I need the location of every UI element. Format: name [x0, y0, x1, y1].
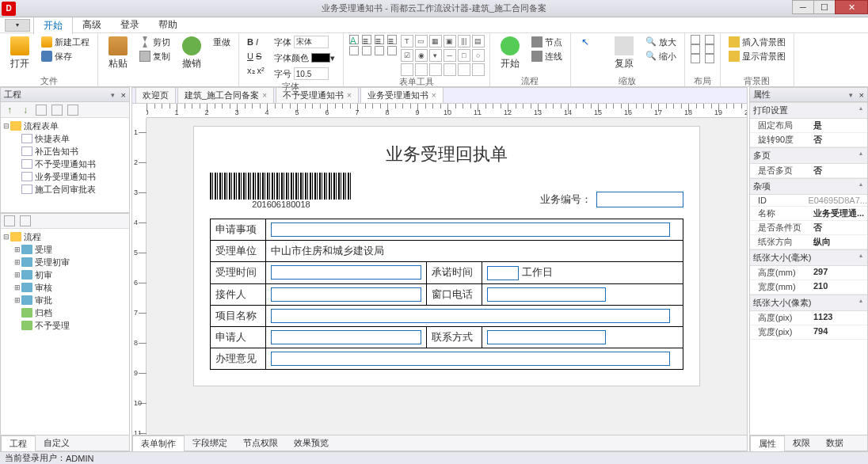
- flow-node-button[interactable]: 节点: [528, 35, 565, 49]
- delete-icon[interactable]: [51, 105, 63, 116]
- apply-item-field[interactable]: [271, 222, 670, 237]
- prop-row[interactable]: 名称业务受理通...: [750, 207, 867, 221]
- select-button[interactable]: ↖: [576, 35, 606, 57]
- tool-field[interactable]: ▭: [415, 35, 428, 48]
- prop-group-print[interactable]: 打印设置: [750, 102, 867, 119]
- save-button[interactable]: 保存: [38, 49, 93, 63]
- add2-icon[interactable]: [4, 215, 15, 226]
- tool-e[interactable]: [458, 63, 470, 76]
- del2-icon[interactable]: [20, 215, 31, 226]
- align-just-icon[interactable]: ≡: [387, 35, 397, 44]
- close-icon[interactable]: ×: [347, 91, 352, 100]
- tool-rect[interactable]: □: [458, 49, 470, 62]
- redo-button[interactable]: 重做: [210, 35, 234, 49]
- dist-h-icon[interactable]: [705, 35, 714, 44]
- close-icon[interactable]: ×: [262, 91, 267, 100]
- process-root-node[interactable]: ⊟流程: [2, 230, 128, 243]
- close-button[interactable]: ✕: [835, 0, 868, 14]
- receiver-field[interactable]: [271, 287, 421, 302]
- project-name-field[interactable]: [271, 309, 670, 323]
- align-right-icon[interactable]: ≡: [375, 35, 384, 44]
- tool-image[interactable]: ▣: [444, 35, 456, 48]
- form-item[interactable]: 不予受理通知书: [13, 158, 128, 170]
- barcode[interactable]: 201606180018: [210, 173, 352, 207]
- prop-group-multipage[interactable]: 多页: [750, 147, 867, 164]
- tool-b[interactable]: [415, 63, 428, 76]
- tool-circle[interactable]: ○: [472, 49, 485, 62]
- prop-row[interactable]: 旋转90度否: [750, 133, 867, 147]
- tab-field-bind[interactable]: 字段绑定: [185, 435, 235, 451]
- new-project-button[interactable]: 新建工程: [38, 35, 93, 49]
- copy-button[interactable]: 复制: [136, 49, 173, 63]
- prop-row[interactable]: 高度(pix)1123: [750, 311, 867, 325]
- zoom-out-button[interactable]: 🔍缩小: [642, 49, 680, 63]
- close-icon[interactable]: ×: [432, 91, 436, 100]
- tool-a[interactable]: [401, 63, 413, 76]
- menu-advanced[interactable]: 高级: [73, 17, 111, 33]
- paste-button[interactable]: 粘贴: [103, 35, 133, 70]
- tool-date[interactable]: ▤: [472, 35, 485, 48]
- form-item[interactable]: 补正告知书: [13, 145, 128, 158]
- tool-combo[interactable]: ▾: [429, 49, 442, 62]
- tab-data[interactable]: 数据: [818, 435, 851, 451]
- doc-tab-accept[interactable]: 业务受理通知书×: [360, 87, 444, 103]
- prop-row[interactable]: 固定布局是: [750, 119, 867, 133]
- design-canvas[interactable]: 业务受理回执单 201606180018 业务编号： 申请事项 受: [147, 118, 747, 435]
- promise-time-field[interactable]: [487, 266, 519, 280]
- accept-time-field[interactable]: [271, 265, 421, 280]
- prop-row[interactable]: 宽度(pix)794: [750, 325, 867, 340]
- align-bot-icon[interactable]: [691, 54, 700, 63]
- tool-table[interactable]: ▦: [429, 35, 442, 48]
- add-icon[interactable]: [36, 105, 47, 116]
- menu-login[interactable]: 登录: [111, 17, 149, 33]
- process-item[interactable]: ⊞受理: [13, 243, 128, 256]
- tab-custom[interactable]: 自定义: [36, 435, 78, 451]
- close-icon[interactable]: ×: [859, 90, 864, 100]
- prop-row[interactable]: IDE04695D8A7...: [750, 195, 867, 207]
- flow-connect-button[interactable]: 连线: [528, 49, 565, 63]
- opinion-field[interactable]: [271, 352, 670, 366]
- prop-row[interactable]: 是否多页否: [750, 164, 867, 178]
- show-bg-button[interactable]: 显示背景图: [725, 49, 789, 63]
- tool-c[interactable]: [429, 63, 442, 76]
- process-item[interactable]: 归档: [13, 306, 128, 319]
- up-arrow-icon[interactable]: ↑: [4, 105, 15, 116]
- list-icon[interactable]: [375, 46, 384, 55]
- minimize-button[interactable]: ─: [792, 0, 814, 14]
- flow-start-button[interactable]: 开始: [495, 35, 525, 70]
- form-item[interactable]: 业务受理通知书: [13, 170, 128, 183]
- contact-field[interactable]: [487, 330, 606, 344]
- prop-row[interactable]: 纸张方向纵向: [750, 235, 867, 249]
- close-icon[interactable]: ×: [121, 90, 126, 100]
- tool-check[interactable]: ☑: [401, 49, 413, 62]
- copy-icon[interactable]: [67, 105, 78, 116]
- prop-row[interactable]: 高度(mm)297: [750, 266, 867, 280]
- biz-number-field[interactable]: [596, 192, 683, 207]
- form-item[interactable]: 施工合同审批表: [13, 183, 128, 196]
- undo-button[interactable]: 撤销: [177, 35, 207, 70]
- ribbon-toggle[interactable]: ▾: [5, 19, 30, 32]
- prop-row[interactable]: 宽度(mm)210: [750, 280, 867, 295]
- align-center-icon[interactable]: ≡: [362, 35, 371, 44]
- indent-icon[interactable]: [349, 46, 359, 55]
- tab-preview[interactable]: 效果预览: [286, 435, 337, 451]
- tool-barcode[interactable]: |||: [458, 35, 470, 48]
- underline-button[interactable]: U S: [244, 49, 268, 63]
- chevron-down-icon[interactable]: ▾: [111, 91, 115, 99]
- tool-line[interactable]: ─: [444, 49, 456, 62]
- bold-button[interactable]: B I: [244, 35, 268, 49]
- insert-bg-button[interactable]: 插入背景图: [725, 35, 789, 49]
- zoom-reset-button[interactable]: 复原: [609, 35, 639, 70]
- menu-start[interactable]: 开始: [33, 17, 73, 34]
- tab-form-design[interactable]: 表单制作: [132, 435, 185, 451]
- font-color-swatch[interactable]: [311, 53, 330, 63]
- menu-help[interactable]: 帮助: [149, 17, 187, 33]
- chevron-down-icon[interactable]: ▾: [849, 91, 853, 99]
- cut-button[interactable]: 剪切: [136, 35, 173, 49]
- align-mid-icon[interactable]: [691, 44, 700, 54]
- prop-row[interactable]: 是否条件页否: [750, 221, 867, 235]
- prop-group-misc[interactable]: 杂项: [750, 178, 867, 195]
- process-item[interactable]: ⊞审批: [13, 294, 128, 306]
- align-left-icon[interactable]: A: [349, 35, 359, 44]
- size-combo[interactable]: 10.5: [294, 67, 329, 80]
